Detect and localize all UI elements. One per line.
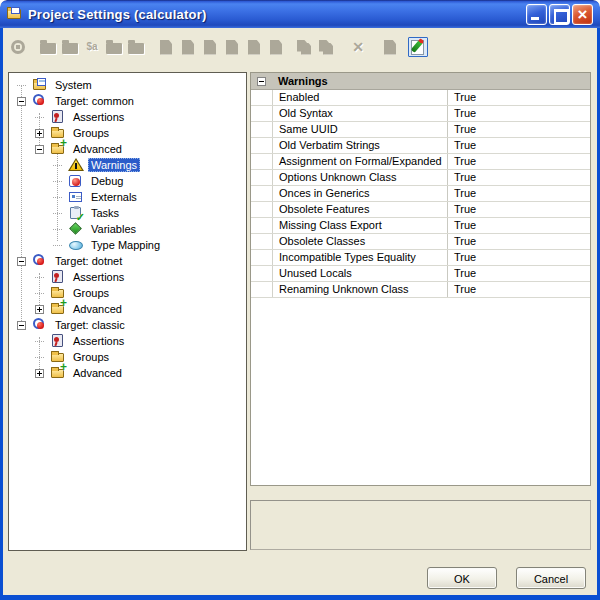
- minimize-button[interactable]: [526, 4, 547, 25]
- property-value[interactable]: True: [448, 202, 590, 217]
- tree-connector-stub: [35, 293, 44, 294]
- tree-connector-stub: [53, 245, 62, 246]
- tree-item-debug[interactable]: Debug: [9, 173, 246, 189]
- toolbar: $a✕: [3, 30, 597, 64]
- new-doc-button: [156, 37, 176, 57]
- property-value[interactable]: True: [448, 250, 590, 265]
- property-row-options-unknown-class[interactable]: Options Unknown ClassTrue: [251, 170, 590, 186]
- collapse-toggle[interactable]: [17, 97, 26, 106]
- property-row-old-syntax[interactable]: Old SyntaxTrue: [251, 106, 590, 122]
- collapse-toggle[interactable]: [35, 145, 44, 154]
- property-row-old-verbatim-strings[interactable]: Old Verbatim StringsTrue: [251, 138, 590, 154]
- tree-connector-stub: [53, 165, 62, 166]
- open-folder-button: [38, 37, 58, 57]
- tree-item-target-classic[interactable]: Target: classic: [9, 317, 246, 333]
- tree-item-label: Advanced: [70, 142, 125, 156]
- maximize-button[interactable]: [549, 4, 570, 25]
- tree-connector-stub: [53, 181, 62, 182]
- tree-item-type-mapping[interactable]: Type Mapping: [9, 237, 246, 253]
- property-row-obsolete-classes[interactable]: Obsolete ClassesTrue: [251, 234, 590, 250]
- property-row-renaming-unknown-class[interactable]: Renaming Unknown ClassTrue: [251, 282, 590, 298]
- doc2-icon: [204, 40, 216, 55]
- description-panel: [250, 500, 591, 550]
- tree-item-assertions[interactable]: Assertions: [9, 269, 246, 285]
- tree-item-assertions[interactable]: Assertions: [9, 333, 246, 349]
- property-grid-header: Warnings: [251, 73, 590, 90]
- property-value[interactable]: True: [448, 154, 590, 169]
- tree-item-label: Externals: [88, 190, 140, 204]
- doc-f-button: [266, 37, 286, 57]
- property-row-incompatible-types-equality[interactable]: Incompatible Types EqualityTrue: [251, 250, 590, 266]
- tree-item-label: Advanced: [70, 366, 125, 380]
- collapse-toggle[interactable]: [257, 77, 266, 86]
- typemap-icon: [68, 237, 84, 253]
- doc-check-icon: [248, 40, 260, 55]
- expand-toggle[interactable]: [35, 129, 44, 138]
- tree-item-tasks[interactable]: ✓Tasks: [9, 205, 246, 221]
- export-folder-button: [126, 37, 146, 57]
- property-row-enabled[interactable]: EnabledTrue: [251, 90, 590, 106]
- tree-item-assertions[interactable]: Assertions: [9, 109, 246, 125]
- collapse-toggle[interactable]: [17, 321, 26, 330]
- ok-button[interactable]: OK: [427, 567, 497, 589]
- tree-item-groups[interactable]: Groups: [9, 125, 246, 141]
- property-row-same-uuid[interactable]: Same UUIDTrue: [251, 122, 590, 138]
- property-name: Obsolete Features: [273, 202, 448, 217]
- property-row-obsolete-features[interactable]: Obsolete FeaturesTrue: [251, 202, 590, 218]
- tree-connector-stub: [35, 341, 44, 342]
- property-name: Onces in Generics: [273, 186, 448, 201]
- property-name: Unused Locals: [273, 266, 448, 281]
- expand-toggle[interactable]: [35, 369, 44, 378]
- tree-item-label: Warnings: [88, 158, 140, 172]
- property-value[interactable]: True: [448, 266, 590, 281]
- tree-item-target-dotnet[interactable]: Target: dotnet: [9, 253, 246, 269]
- tree-item-advanced[interactable]: +Advanced: [9, 365, 246, 381]
- tree-item-groups[interactable]: Groups: [9, 285, 246, 301]
- tree-item-advanced[interactable]: +Advanced: [9, 141, 246, 157]
- property-value[interactable]: True: [448, 186, 590, 201]
- tree-item-variables[interactable]: Variables: [9, 221, 246, 237]
- tree-item-label: Groups: [70, 286, 112, 300]
- collapse-toggle[interactable]: [17, 257, 26, 266]
- variables-icon: [68, 221, 84, 237]
- settings-tree: SystemTarget: commonAssertionsGroups+Adv…: [8, 72, 247, 551]
- open-folder-icon: [40, 43, 56, 54]
- assertions-icon: [50, 333, 66, 349]
- tree-item-externals[interactable]: Externals: [9, 189, 246, 205]
- tree-item-advanced[interactable]: +Advanced: [9, 301, 246, 317]
- property-row-missing-class-export[interactable]: Missing Class ExportTrue: [251, 218, 590, 234]
- property-row-onces-in-generics[interactable]: Onces in GenericsTrue: [251, 186, 590, 202]
- property-row-assignment-on-formal-expanded[interactable]: Assignment on Formal/ExpandedTrue: [251, 154, 590, 170]
- close-button[interactable]: [572, 4, 593, 25]
- property-value[interactable]: True: [448, 122, 590, 137]
- app-icon: [7, 6, 23, 22]
- tree-item-groups[interactable]: Groups: [9, 349, 246, 365]
- edit-pencil-icon: [410, 39, 426, 55]
- edit-pencil-button[interactable]: [408, 37, 428, 57]
- property-row-unused-locals[interactable]: Unused LocalsTrue: [251, 266, 590, 282]
- tree-items: SystemTarget: commonAssertionsGroups+Adv…: [9, 77, 246, 381]
- titlebar[interactable]: Project Settings (calculator): [0, 0, 600, 28]
- tree-item-target-common[interactable]: Target: common: [9, 93, 246, 109]
- tree-item-label: Assertions: [70, 334, 127, 348]
- cancel-button[interactable]: Cancel: [516, 567, 586, 589]
- property-value[interactable]: True: [448, 90, 590, 105]
- property-value[interactable]: True: [448, 170, 590, 185]
- tree-item-label: Target: dotnet: [52, 254, 125, 268]
- expand-toggle[interactable]: [35, 305, 44, 314]
- new-doc-icon: [160, 40, 172, 55]
- delete-button: ✕: [348, 37, 368, 57]
- rename-icon: $a: [86, 38, 97, 56]
- assertions-icon: [50, 109, 66, 125]
- project-settings-window: Project Settings (calculator) $a✕ System…: [0, 0, 600, 600]
- paste-doc-icon: [319, 40, 333, 55]
- property-value[interactable]: True: [448, 282, 590, 297]
- externals-icon: [68, 189, 84, 205]
- property-value[interactable]: True: [448, 138, 590, 153]
- property-value[interactable]: True: [448, 106, 590, 121]
- property-value[interactable]: True: [448, 234, 590, 249]
- tree-item-warnings[interactable]: Warnings: [9, 157, 246, 173]
- property-value[interactable]: True: [448, 218, 590, 233]
- tree-item-system[interactable]: System: [9, 77, 246, 93]
- row-gutter: [251, 186, 273, 201]
